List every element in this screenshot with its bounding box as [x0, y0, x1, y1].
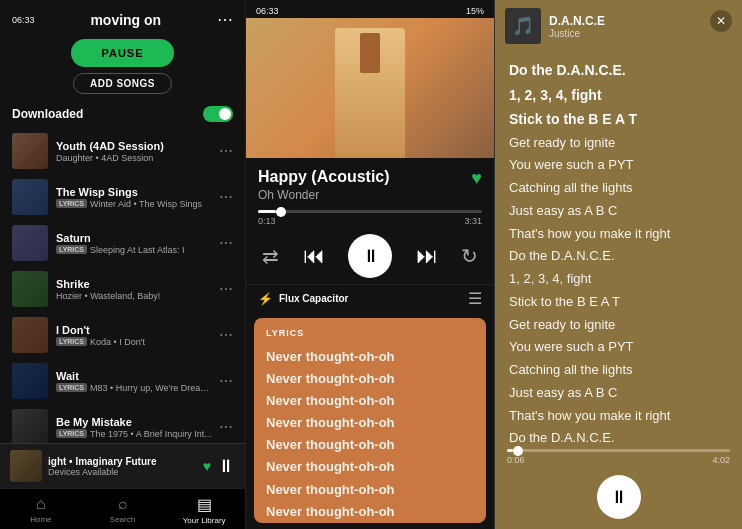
- panel1-header: 06:33 moving on ⋯: [0, 0, 245, 35]
- lyrics-line-bold: Do the D.A.N.C.E.: [509, 58, 728, 83]
- list-item[interactable]: I Don't LYRICS Koda • I Don't ⋯: [0, 312, 245, 358]
- p3-progress-bar[interactable]: [507, 449, 730, 452]
- track-more-icon[interactable]: ⋯: [213, 189, 233, 205]
- track-info: Youth (4AD Session) Daughter • 4AD Sessi…: [56, 140, 213, 163]
- pause-button[interactable]: PAUSE: [71, 39, 173, 67]
- track-artist: Koda • I Don't: [90, 337, 145, 347]
- now-playing-controls: ♥ ⏸: [203, 456, 235, 477]
- lyrics-line: Get ready to ignite: [509, 132, 728, 155]
- lyrics-line: Catching all the lights: [509, 359, 728, 382]
- repeat-icon[interactable]: ↻: [461, 244, 478, 268]
- track-more-icon[interactable]: ⋯: [213, 143, 233, 159]
- track-artist: The 1975 • A Brief Inquiry Int...: [90, 429, 212, 439]
- more-options-icon[interactable]: ⋯: [217, 10, 233, 29]
- track-thumbnail: [12, 363, 48, 399]
- p3-artist: Justice: [549, 28, 605, 39]
- track-name: Saturn: [56, 232, 213, 244]
- track-more-icon[interactable]: ⋯: [213, 327, 233, 343]
- now-playing-info: ight • Imaginary Future Devices Availabl…: [48, 456, 197, 477]
- p3-play-pause-button[interactable]: ⏸: [597, 475, 641, 519]
- p3-times: 0:06 4:02: [507, 455, 730, 465]
- time-p2: 06:33: [256, 6, 279, 16]
- list-item[interactable]: Shrike Hozier • Wasteland, Baby! ⋯: [0, 266, 245, 312]
- track-meta: LYRICS Koda • I Don't: [56, 337, 213, 347]
- list-item[interactable]: Youth (4AD Session) Daughter • 4AD Sessi…: [0, 128, 245, 174]
- lyrics-line: That's how you make it right: [509, 223, 728, 246]
- track-info: Be My Mistake LYRICS The 1975 • A Brief …: [56, 416, 213, 439]
- list-icon[interactable]: ☰: [468, 289, 482, 308]
- track-meta: Daughter • 4AD Session: [56, 153, 213, 163]
- track-name: I Don't: [56, 324, 213, 336]
- now-playing-subtitle: Devices Available: [48, 467, 197, 477]
- now-playing-bar[interactable]: ight • Imaginary Future Devices Availabl…: [0, 443, 245, 488]
- track-thumbnail: [12, 179, 48, 215]
- lyrics-badge: LYRICS: [56, 337, 87, 346]
- track-more-icon[interactable]: ⋯: [213, 373, 233, 389]
- list-item[interactable]: Saturn LYRICS Sleeping At Last Atlas: I …: [0, 220, 245, 266]
- track-name: The Wisp Sings: [56, 186, 213, 198]
- track-meta: Hozier • Wasteland, Baby!: [56, 291, 213, 301]
- nav-search-label: Search: [110, 515, 135, 524]
- lyrics-badge: LYRICS: [56, 429, 87, 438]
- track-info: Saturn LYRICS Sleeping At Last Atlas: I: [56, 232, 213, 255]
- nav-library[interactable]: ▤ Your Library: [163, 495, 245, 525]
- nav-search[interactable]: ⌕ Search: [82, 495, 164, 525]
- p3-lyrics-container: Do the D.A.N.C.E. 1, 2, 3, 4, fight Stic…: [495, 52, 742, 445]
- list-item[interactable]: The Wisp Sings LYRICS Winter Aid • The W…: [0, 174, 245, 220]
- downloaded-label: Downloaded: [12, 107, 83, 121]
- heart-icon[interactable]: ♥: [203, 458, 211, 474]
- flux-label: Flux Capacitor: [279, 293, 348, 304]
- lyrics-line: Get ready to ignite: [509, 314, 728, 337]
- track-artist: Hozier • Wasteland, Baby!: [56, 291, 160, 301]
- playlist-title: moving on: [35, 12, 217, 28]
- lyrics-line: Never thought-oh-oh: [266, 434, 474, 456]
- favorite-icon[interactable]: ♥: [471, 168, 482, 189]
- p3-progress-thumb: [513, 446, 523, 456]
- panel-player: 06:33 15% Happy (Acoustic) Oh Wonder ♥ 0…: [245, 0, 494, 529]
- track-info: I Don't LYRICS Koda • I Don't: [56, 324, 213, 347]
- track-thumbnail: [12, 317, 48, 353]
- nav-home[interactable]: ⌂ Home: [0, 495, 82, 525]
- close-button[interactable]: ✕: [710, 10, 732, 32]
- next-track-icon[interactable]: ⏭: [416, 243, 438, 269]
- lyrics-line: You were such a PYT: [509, 154, 728, 177]
- shuffle-icon[interactable]: ⇄: [262, 244, 279, 268]
- now-playing-title: ight • Imaginary Future: [48, 456, 197, 467]
- prev-track-icon[interactable]: ⏮: [303, 243, 325, 269]
- p3-pause-icon: ⏸: [610, 487, 628, 508]
- status-bar-p2: 06:33 15%: [246, 0, 494, 18]
- add-songs-button[interactable]: ADD SONGS: [73, 73, 172, 94]
- list-item[interactable]: Be My Mistake LYRICS The 1975 • A Brief …: [0, 404, 245, 443]
- track-meta: LYRICS M83 • Hurry up, We're Dreaming: [56, 383, 213, 393]
- list-item[interactable]: Wait LYRICS M83 • Hurry up, We're Dreami…: [0, 358, 245, 404]
- track-name: Be My Mistake: [56, 416, 213, 428]
- now-playing-thumbnail: [10, 450, 42, 482]
- home-icon: ⌂: [36, 495, 46, 513]
- track-more-icon[interactable]: ⋯: [213, 281, 233, 297]
- time-display: 06:33: [12, 15, 35, 25]
- track-artist: Sleeping At Last Atlas: I: [90, 245, 185, 255]
- track-more-icon[interactable]: ⋯: [213, 235, 233, 251]
- p3-song-info: D.A.N.C.E Justice: [549, 14, 605, 39]
- play-pause-button[interactable]: ⏸: [348, 234, 392, 278]
- lyrics-line: Stick to the B E A T: [509, 291, 728, 314]
- downloaded-toggle[interactable]: [203, 106, 233, 122]
- track-meta: LYRICS Winter Aid • The Wisp Sings: [56, 199, 213, 209]
- progress-bar[interactable]: [258, 210, 482, 213]
- progress-section: 0:13 3:31: [246, 206, 494, 230]
- downloaded-row: Downloaded: [0, 102, 245, 128]
- track-thumbnail: [12, 271, 48, 307]
- lyrics-line: Do the D.A.N.C.E.: [509, 245, 728, 268]
- p3-header: 🎵 D.A.N.C.E Justice ✕: [495, 0, 742, 52]
- album-art: [246, 18, 494, 158]
- lyrics-line: You were such a PYT: [509, 336, 728, 359]
- pause-mini-icon[interactable]: ⏸: [217, 456, 235, 477]
- lyrics-line: That's how you make it right: [509, 405, 728, 428]
- pause-icon: ⏸: [362, 246, 380, 267]
- track-info: Wait LYRICS M83 • Hurry up, We're Dreami…: [56, 370, 213, 393]
- library-icon: ▤: [197, 495, 212, 514]
- track-meta: LYRICS Sleeping At Last Atlas: I: [56, 245, 213, 255]
- flux-capacitor-bar[interactable]: ⚡ Flux Capacitor ☰: [246, 284, 494, 312]
- lyrics-line: Just easy as A B C: [509, 200, 728, 223]
- track-more-icon[interactable]: ⋯: [213, 419, 233, 435]
